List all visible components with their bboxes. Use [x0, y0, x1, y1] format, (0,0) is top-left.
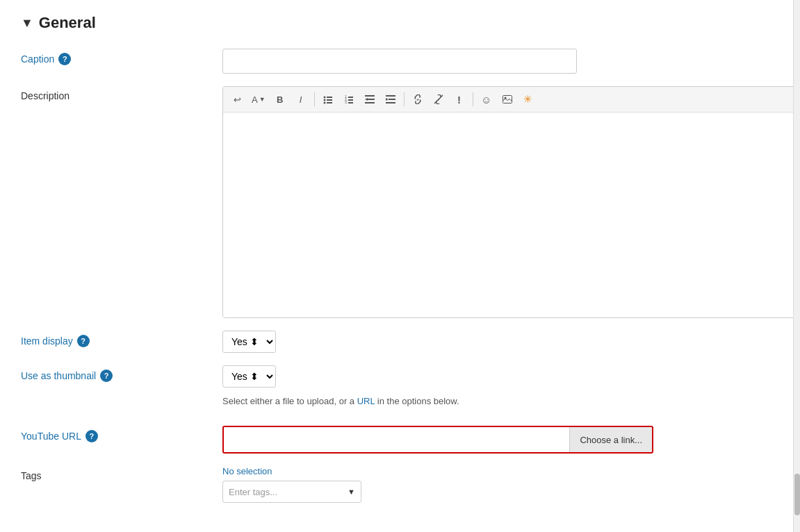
svg-marker-19: [386, 98, 389, 101]
item-display-row: Item display ? Yes ⬍ No: [21, 331, 779, 353]
use-as-thumbnail-select[interactable]: Yes ⬍ No: [222, 365, 276, 388]
youtube-url-label-col: YouTube URL ?: [21, 426, 222, 442]
description-control-col: ↩ A ▼ B I: [222, 86, 800, 318]
italic-button[interactable]: I: [291, 90, 311, 109]
upload-info-text-before: Select either a file to upload, or a: [222, 396, 357, 406]
item-display-control-col: Yes ⬍ No: [222, 331, 779, 353]
tags-no-selection: No selection: [222, 466, 779, 476]
tags-label-col: Tags: [21, 466, 222, 481]
svg-point-4: [323, 102, 325, 104]
rich-text-editor: ↩ A ▼ B I: [222, 86, 800, 318]
use-as-thumbnail-control-col: Yes ⬍ No Select either a file to upload,…: [222, 365, 779, 413]
svg-rect-5: [327, 102, 332, 103]
scrollbar[interactable]: [793, 0, 800, 532]
unordered-list-button[interactable]: [318, 90, 338, 109]
tags-input-placeholder: Enter tags...: [229, 487, 277, 497]
svg-rect-11: [348, 102, 353, 103]
indent-button[interactable]: [381, 90, 400, 109]
svg-rect-1: [327, 97, 332, 98]
section-header: ▼ General: [21, 14, 779, 32]
outdent-button[interactable]: [360, 90, 379, 109]
youtube-url-group: Choose a link...: [222, 426, 653, 454]
youtube-url-row: YouTube URL ? Choose a link...: [21, 426, 779, 454]
svg-rect-9: [348, 99, 353, 101]
upload-info-url-link[interactable]: URL: [357, 396, 375, 406]
svg-rect-12: [365, 95, 375, 97]
youtube-url-help-icon[interactable]: ?: [85, 430, 98, 442]
description-label-col: Description: [21, 86, 222, 101]
use-as-thumbnail-row: Use as thumbnail ? Yes ⬍ No Select eithe…: [21, 365, 779, 413]
section-title: General: [39, 14, 96, 32]
svg-marker-15: [365, 98, 368, 101]
unlink-button[interactable]: [429, 90, 448, 109]
image-button[interactable]: [498, 90, 517, 109]
caption-label: Caption: [21, 53, 54, 65]
use-as-thumbnail-help-icon[interactable]: ?: [100, 369, 113, 382]
link-button[interactable]: [408, 90, 427, 109]
svg-point-0: [323, 97, 325, 99]
tags-dropdown-arrow-icon: ▼: [348, 488, 355, 496]
upload-info-text: Select either a file to upload, or a URL…: [222, 396, 779, 406]
caption-control-col: [222, 49, 779, 74]
svg-line-20: [434, 95, 443, 103]
section-toggle-icon[interactable]: ▼: [21, 16, 33, 31]
youtube-url-control-col: Choose a link...: [222, 426, 779, 454]
svg-rect-17: [389, 99, 395, 100]
svg-rect-13: [368, 99, 375, 100]
tags-row: Tags No selection Enter tags... ▼: [21, 466, 779, 503]
rte-toolbar: ↩ A ▼ B I: [223, 87, 800, 113]
description-row: Description ↩ A ▼ B I: [21, 86, 779, 318]
ordered-list-button[interactable]: 1. 2. 3.: [339, 90, 359, 109]
use-as-thumbnail-label-col: Use as thumbnail ?: [21, 365, 222, 382]
toolbar-divider-1: [314, 92, 315, 106]
scrollbar-thumb[interactable]: [794, 474, 800, 515]
svg-rect-7: [348, 97, 353, 98]
item-display-help-icon[interactable]: ?: [77, 335, 90, 347]
svg-rect-16: [386, 95, 395, 97]
upload-info-text-after: in the options below.: [375, 396, 459, 406]
emoji-button[interactable]: ☺: [477, 90, 496, 109]
font-family-button[interactable]: A ▼: [248, 90, 269, 109]
item-display-label-col: Item display ?: [21, 331, 222, 347]
font-family-arrow-icon: ▼: [259, 96, 266, 103]
svg-rect-3: [327, 99, 332, 101]
rte-body[interactable]: [223, 113, 800, 317]
tags-control-col: No selection Enter tags... ▼: [222, 466, 779, 503]
ai-button[interactable]: ✳: [519, 90, 538, 109]
undo-button[interactable]: ↩: [227, 90, 247, 109]
svg-point-2: [323, 99, 325, 101]
item-display-label: Item display: [21, 335, 73, 347]
special-char-button[interactable]: !: [450, 90, 469, 109]
youtube-url-label: YouTube URL: [21, 431, 81, 442]
bold-button[interactable]: B: [270, 90, 290, 109]
toolbar-divider-3: [473, 92, 473, 106]
caption-help-icon[interactable]: ?: [58, 53, 71, 65]
caption-label-col: Caption ?: [21, 49, 222, 65]
svg-rect-14: [365, 102, 375, 103]
caption-input[interactable]: [222, 49, 577, 74]
svg-text:3.: 3.: [345, 100, 348, 104]
page-container: ▼ General Caption ? Description ↩ A: [0, 0, 800, 529]
description-label: Description: [21, 90, 70, 101]
item-display-select[interactable]: Yes ⬍ No: [222, 331, 276, 353]
choose-link-button[interactable]: Choose a link...: [569, 427, 652, 452]
caption-row: Caption ?: [21, 49, 779, 74]
svg-rect-18: [386, 102, 395, 103]
use-as-thumbnail-label: Use as thumbnail: [21, 370, 96, 381]
font-family-icon: A: [252, 94, 258, 105]
toolbar-divider-2: [404, 92, 405, 106]
tags-input-group[interactable]: Enter tags... ▼: [222, 481, 361, 503]
youtube-url-input[interactable]: [224, 427, 569, 452]
tags-label: Tags: [21, 470, 42, 481]
